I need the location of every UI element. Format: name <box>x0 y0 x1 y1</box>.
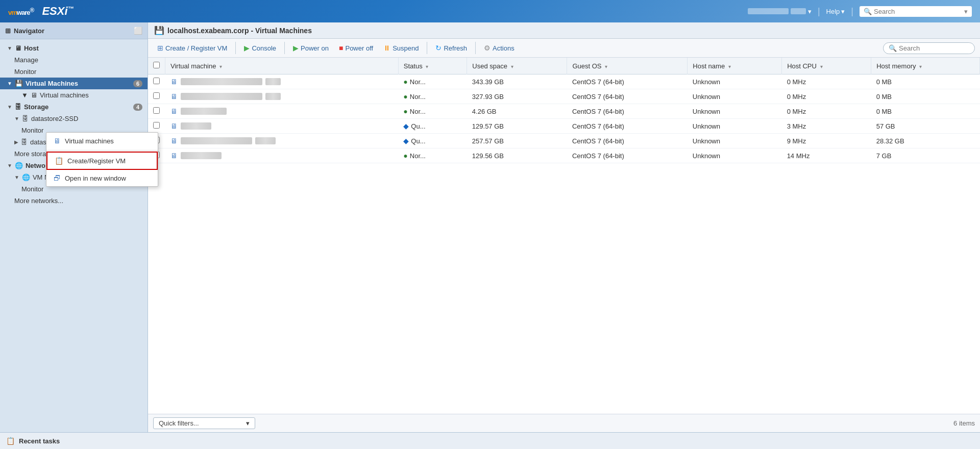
col-used-space[interactable]: Used space ▾ <box>467 58 567 74</box>
row-status-2: ● Nor... <box>398 104 467 119</box>
sidebar-item-datastore2[interactable]: ▼ 🗄 datastore2-SSD <box>0 113 148 124</box>
quick-filters-arrow: ▾ <box>246 419 250 427</box>
row-checkbox-3[interactable] <box>148 119 165 134</box>
table-row[interactable]: 🖥 ◆ Qu... 257.57 GB CentOS 7 (64-bit) Un… <box>148 134 980 148</box>
power-on-icon: ▶ <box>293 44 299 52</box>
vm-name-blur-4 <box>181 137 252 144</box>
status-text-4: Qu... <box>411 137 425 145</box>
sidebar-item-monitor-host[interactable]: Monitor <box>0 66 148 78</box>
row-guest-os-0: CentOS 7 (64-bit) <box>567 74 688 89</box>
col-host-memory[interactable]: Host memory ▾ <box>871 58 980 74</box>
sidebar-close-button[interactable]: ⬜ <box>134 27 142 35</box>
top-search-box[interactable]: 🔍 ▾ <box>860 6 972 17</box>
top-search-input[interactable] <box>874 8 962 15</box>
col-host-cpu[interactable]: Host CPU ▾ <box>782 58 871 74</box>
vm-name-blur-0 <box>181 78 262 85</box>
vm-name-blur-2 <box>181 108 227 115</box>
col-vm-sort: ▾ <box>219 64 222 69</box>
row-guest-os-3: CentOS 7 (64-bit) <box>567 119 688 134</box>
sidebar-item-manage[interactable]: Manage <box>0 54 148 66</box>
col-host-memory-sort: ▾ <box>919 64 922 69</box>
toolbar: ⊞ Create / Register VM ▶ Console ▶ Power… <box>148 39 980 58</box>
col-status[interactable]: Status ▾ <box>398 58 467 74</box>
refresh-icon: ↻ <box>435 44 442 52</box>
toolbar-search-input[interactable] <box>899 44 969 52</box>
sidebar: ⊞ Navigator ⬜ ▼ 🖥 Host Manage Monitor ▼ … <box>0 22 148 432</box>
row-host-memory-3: 57 GB <box>871 119 980 134</box>
row-status-3: ◆ Qu... <box>398 119 467 134</box>
col-vm-label: Virtual machine <box>170 62 216 70</box>
row-used-space-4: 257.57 GB <box>467 134 567 148</box>
row-checkbox-0[interactable] <box>148 74 165 89</box>
vm-badge: 6 <box>133 80 142 87</box>
table-row[interactable]: 🖥 ● Nor... 4.26 GB CentOS 7 (64-bit) Unk… <box>148 104 980 119</box>
power-on-button[interactable]: ▶ Power on <box>289 42 333 54</box>
vm-name-blur-3 <box>181 122 211 130</box>
sidebar-content: ▼ 🖥 Host Manage Monitor ▼ 💾 Virtual Mach… <box>0 39 148 432</box>
sidebar-item-storage[interactable]: ▼ 🗄 Storage 4 <box>0 101 148 113</box>
toolbar-sep3 <box>427 42 427 54</box>
vm-row-icon-5: 🖥 <box>170 152 178 160</box>
sidebar-item-virtual-machines[interactable]: ▼ 💾 Virtual Machines 6 <box>0 78 148 89</box>
row-vm-name-0: 🖥 <box>165 74 399 89</box>
recent-tasks-label: Recent tasks <box>19 437 60 445</box>
col-status-sort: ▾ <box>426 64 428 69</box>
row-checkbox-2[interactable] <box>148 104 165 119</box>
status-dot-4: ◆ <box>403 137 409 145</box>
refresh-button[interactable]: ↻ Refresh <box>431 42 471 54</box>
create-register-button[interactable]: ⊞ Create / Register VM <box>153 42 231 54</box>
search-dropdown-arrow[interactable]: ▾ <box>964 8 968 15</box>
row-host-cpu-5: 14 MHz <box>782 148 871 163</box>
row-host-memory-0: 0 MB <box>871 74 980 89</box>
context-menu-item-open-window[interactable]: 🗗 Open in new window <box>46 170 158 186</box>
navigator-icon: ⊞ <box>5 27 11 35</box>
console-button[interactable]: ▶ Console <box>240 42 280 54</box>
header-sep: | <box>818 6 820 17</box>
sidebar-item-vm-submenu[interactable]: ▼ 🖥 Virtual machines <box>0 89 148 101</box>
table-row[interactable]: 🖥 ● Nor... 327.93 GB CentOS 7 (64-bit) U… <box>148 89 980 104</box>
col-status-label: Status <box>404 62 423 70</box>
ds2-icon: 🗄 <box>22 115 29 122</box>
select-all-checkbox[interactable] <box>153 62 160 68</box>
sidebar-item-more-networks[interactable]: More networks... <box>0 195 148 207</box>
col-host-name[interactable]: Host name ▾ <box>688 58 782 74</box>
vm-row-icon-1: 🖥 <box>170 92 178 101</box>
sidebar-item-host[interactable]: ▼ 🖥 Host <box>0 42 148 54</box>
row-guest-os-1: CentOS 7 (64-bit) <box>567 89 688 104</box>
suspend-button[interactable]: ⏸ Suspend <box>379 42 423 54</box>
toolbar-search-icon: 🔍 <box>889 44 897 52</box>
help-arrow: ▾ <box>841 8 845 15</box>
table-row[interactable]: 🖥 ● Nor... 129.56 GB CentOS 7 (64-bit) U… <box>148 148 980 163</box>
row-check-2[interactable] <box>153 107 160 114</box>
row-status-0: ● Nor... <box>398 74 467 89</box>
col-vm[interactable]: Virtual machine ▾ <box>165 58 399 74</box>
row-check-1[interactable] <box>153 92 160 99</box>
manage-label: Manage <box>14 56 38 64</box>
toolbar-search[interactable]: 🔍 <box>883 42 975 54</box>
row-vm-name-2: 🖥 <box>165 104 399 119</box>
row-guest-os-2: CentOS 7 (64-bit) <box>567 104 688 119</box>
row-check-0[interactable] <box>153 78 160 84</box>
table-row[interactable]: 🖥 ◆ Qu... 129.57 GB CentOS 7 (64-bit) Un… <box>148 119 980 134</box>
vm-table: Virtual machine ▾ Status ▾ Used space ▾ <box>148 58 980 163</box>
ds2-arrow: ▼ <box>14 116 19 121</box>
col-guest-os[interactable]: Guest OS ▾ <box>567 58 688 74</box>
table-row[interactable]: 🖥 ● Nor... 343.39 GB CentOS 7 (64-bit) U… <box>148 74 980 89</box>
context-menu-item-virtual-machines[interactable]: 🖥 Virtual machines <box>46 133 158 149</box>
help-button[interactable]: Help ▾ <box>826 8 845 15</box>
ds2-label: datastore2-SSD <box>31 115 79 122</box>
suspend-icon: ⏸ <box>383 44 390 52</box>
actions-button[interactable]: ⚙ Actions <box>480 42 519 54</box>
context-menu-item-create-register[interactable]: 📋 Create/Register VM <box>46 152 158 170</box>
power-off-button[interactable]: ■ Power off <box>335 42 377 54</box>
quick-filters-button[interactable]: Quick filters... ▾ <box>153 417 255 429</box>
storage-icon: 🗄 <box>15 103 21 111</box>
monitor-host-label: Monitor <box>14 68 36 76</box>
row-check-3[interactable] <box>153 122 160 129</box>
console-label: Console <box>252 44 276 52</box>
actions-label: Actions <box>493 44 514 52</box>
refresh-label: Refresh <box>444 44 467 52</box>
ds3-icon: 🗄 <box>21 138 28 146</box>
row-checkbox-1[interactable] <box>148 89 165 104</box>
dropdown-arrow[interactable]: ▾ <box>808 8 812 15</box>
